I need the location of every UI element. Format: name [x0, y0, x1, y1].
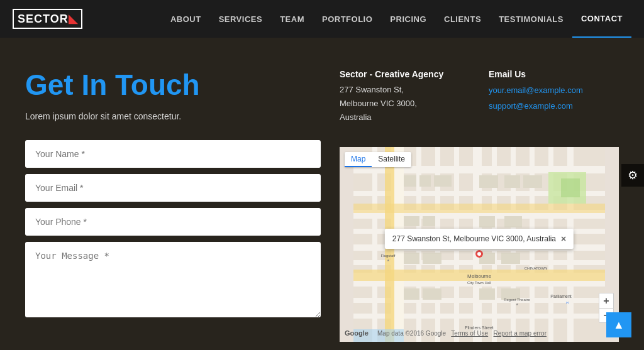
- email-link-1[interactable]: your.email@example.com: [489, 83, 619, 99]
- settings-icon[interactable]: ⚙: [621, 164, 644, 187]
- hero-right: Sector - Creative Agency 277 Swanston St…: [340, 69, 619, 342]
- svg-text:Regent Theatre: Regent Theatre: [504, 298, 530, 302]
- email-label: Email Us: [489, 69, 619, 79]
- map-tab-map[interactable]: Map: [345, 152, 372, 167]
- map-popup: 277 Swanston St, Melbourne VIC 3000, Aus…: [385, 229, 574, 249]
- svg-rect-10: [372, 147, 377, 342]
- message-input[interactable]: [25, 242, 321, 317]
- svg-rect-34: [523, 175, 542, 188]
- address-text: 277 Swanston St, Melbourne VIC 3000, Aus…: [340, 83, 470, 124]
- svg-text:Flinders Street: Flinders Street: [465, 325, 494, 330]
- nav-portfolio[interactable]: PORTFOLIO: [313, 0, 381, 38]
- svg-text:City Town Hall: City Town Hall: [467, 281, 491, 285]
- google-logo: Google: [345, 329, 369, 337]
- scroll-up-button[interactable]: ▲: [606, 312, 631, 337]
- nav-testimonials[interactable]: TESTIMONIALS: [490, 0, 572, 38]
- svg-rect-32: [479, 175, 498, 188]
- map-zoom-in[interactable]: +: [599, 293, 614, 308]
- map-tabs: Map Satellite: [345, 152, 411, 167]
- page-title: Get In Touch: [25, 69, 321, 101]
- nav-about[interactable]: ABOUT: [162, 0, 210, 38]
- nav-clients[interactable]: CLIENTS: [435, 0, 490, 38]
- contact-section: Get In Touch Lorem ipsum dolor sit amet …: [0, 38, 644, 350]
- scroll-up-icon: ▲: [613, 319, 625, 332]
- info-section: Sector - Creative Agency 277 Swanston St…: [340, 69, 619, 124]
- email-input[interactable]: [25, 174, 321, 202]
- map-popup-text: 277 Swanston St, Melbourne VIC 3000, Aus…: [392, 234, 556, 243]
- name-input[interactable]: [25, 140, 321, 168]
- address-label: Sector - Creative Agency: [340, 69, 470, 79]
- phone-input[interactable]: [25, 208, 321, 236]
- logo[interactable]: SECTOR ◣: [13, 9, 82, 29]
- map-tab-satellite[interactable]: Satellite: [372, 152, 411, 167]
- svg-rect-30: [404, 216, 419, 226]
- navbar: SECTOR ◣ ABOUT SERVICES TEAM PORTFOLIO P…: [0, 0, 644, 38]
- nav-links: ABOUT SERVICES TEAM PORTFOLIO PRICING CL…: [162, 0, 631, 38]
- svg-text:Parliament: Parliament: [550, 294, 572, 298]
- address-block: Sector - Creative Agency 277 Swanston St…: [340, 69, 470, 124]
- nav-pricing[interactable]: PRICING: [381, 0, 435, 38]
- svg-rect-29: [434, 175, 452, 187]
- svg-rect-36: [504, 216, 522, 227]
- email-block: Email Us your.email@example.com support@…: [489, 69, 619, 124]
- svg-rect-25: [561, 178, 580, 197]
- svg-text:H: H: [566, 301, 569, 305]
- nav-services[interactable]: SERVICES: [210, 0, 272, 38]
- svg-rect-33: [504, 175, 520, 188]
- email-link-2[interactable]: support@example.com: [489, 99, 619, 114]
- svg-rect-40: [501, 253, 520, 264]
- map-container: Melbourne City Town Hall CHINATOWN Parli…: [340, 147, 619, 342]
- svg-point-56: [477, 252, 481, 256]
- nav-contact[interactable]: CONTACT: [572, 0, 631, 38]
- hero-subtitle: Lorem ipsum dolor sit amet consectetur.: [25, 111, 321, 121]
- map-footer: Map data ©2016 Google Terms of Use Repor…: [377, 330, 547, 337]
- map-popup-close[interactable]: ×: [561, 234, 566, 244]
- svg-rect-28: [419, 175, 431, 187]
- svg-rect-43: [479, 288, 495, 300]
- hero-left: Get In Touch Lorem ipsum dolor sit amet …: [25, 69, 340, 342]
- svg-text:Melbourne: Melbourne: [467, 273, 491, 279]
- nav-team[interactable]: TEAM: [271, 0, 313, 38]
- terms-link[interactable]: Terms of Use: [451, 330, 488, 337]
- hero-content: Get In Touch Lorem ipsum dolor sit amet …: [25, 69, 619, 342]
- report-link[interactable]: Report a map error: [494, 330, 547, 337]
- svg-rect-27: [404, 175, 416, 187]
- logo-accent: ◣: [69, 12, 77, 26]
- contact-form: [25, 140, 321, 317]
- svg-text:Flagstaff: Flagstaff: [381, 254, 396, 258]
- svg-rect-41: [404, 288, 419, 300]
- svg-rect-38: [423, 253, 441, 264]
- logo-text: SECTOR: [18, 13, 69, 26]
- svg-rect-31: [423, 216, 435, 226]
- svg-rect-42: [423, 288, 441, 300]
- svg-rect-37: [404, 253, 419, 264]
- svg-rect-35: [479, 216, 495, 227]
- svg-text:CHINATOWN: CHINATOWN: [525, 266, 547, 270]
- svg-rect-22: [353, 204, 605, 213]
